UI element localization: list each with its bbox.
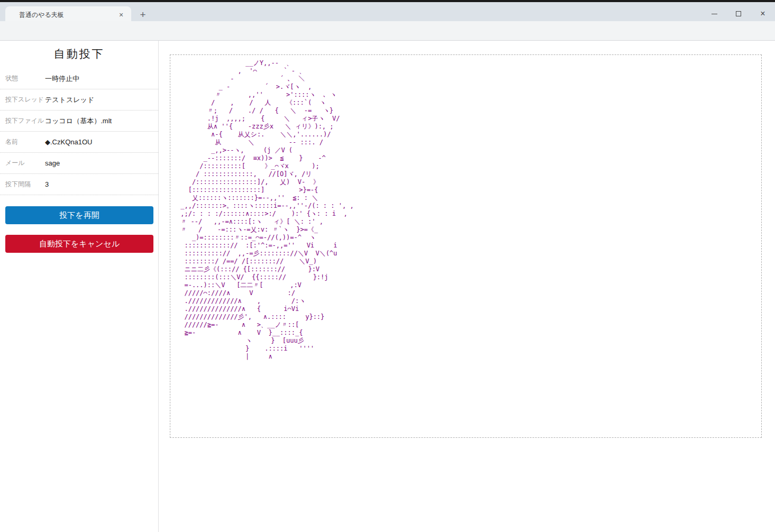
main-area: __ノY,,-- 、 , '⌒ ` - 、 - ´ ､ ＼ _ - ´ >.ヾ[…: [159, 41, 775, 532]
tab-title: 普通のやる夫板: [19, 11, 116, 20]
field-row-thread: 投下スレッド テストスレッド: [0, 89, 158, 111]
field-label: 投下スレッド: [5, 95, 45, 104]
browser-titlebar: 普通のやる夫板 × + ×: [0, 2, 775, 21]
autopost-sidebar: 自動投下 状態 一時停止中 投下スレッド テストスレッド 投下ファイル コッコロ…: [0, 41, 159, 532]
field-label: 状態: [5, 74, 45, 83]
window-controls: ×: [702, 4, 775, 23]
field-label: 名前: [5, 137, 45, 146]
file-value: コッコロ（基本）.mlt: [45, 116, 112, 126]
field-row-status: 状態 一時停止中: [0, 68, 158, 89]
ascii-art: __ノY,,-- 、 , '⌒ ` - 、 - ´ ､ ＼ _ - ´ >.ヾ[…: [177, 59, 761, 361]
close-icon: ×: [760, 10, 765, 18]
mail-value: sage: [45, 159, 60, 167]
page-content: 自動投下 状態 一時停止中 投下スレッド テストスレッド 投下ファイル コッコロ…: [0, 41, 775, 532]
ascii-art-panel: __ノY,,-- 、 , '⌒ ` - 、 - ´ ､ ＼ _ - ´ >.ヾ[…: [170, 54, 762, 438]
field-label: 投下間隔: [5, 180, 45, 189]
field-list: 状態 一時停止中 投下スレッド テストスレッド 投下ファイル コッコロ（基本）.…: [0, 68, 158, 195]
maximize-button[interactable]: [726, 4, 751, 23]
minimize-button[interactable]: [702, 4, 726, 23]
page-title: 自動投下: [0, 47, 158, 61]
field-row-interval: 投下間隔 3: [0, 174, 158, 195]
close-button[interactable]: ×: [751, 4, 775, 23]
maximize-icon: [736, 11, 741, 16]
minimize-icon: [712, 14, 717, 14]
field-row-file: 投下ファイル コッコロ（基本）.mlt: [0, 111, 158, 132]
resume-post-button[interactable]: 投下を再開: [5, 206, 153, 224]
new-tab-button[interactable]: +: [136, 8, 149, 21]
browser-toolbar: ◁ ▷ bbs.yaruyomi.com/ban/user-page/autop…: [0, 21, 775, 41]
cancel-autopost-button[interactable]: 自動投下をキャンセル: [5, 235, 153, 253]
tab-close-icon[interactable]: ×: [116, 10, 126, 20]
thread-value: テストスレッド: [45, 95, 94, 105]
status-value: 一時停止中: [45, 74, 79, 84]
interval-value: 3: [45, 180, 49, 188]
field-row-name: 名前 ◆.CzKQna1OU: [0, 132, 158, 153]
field-row-mail: メール sage: [0, 153, 158, 174]
field-label: 投下ファイル: [5, 116, 45, 125]
field-label: メール: [5, 159, 45, 168]
name-value: ◆.CzKQna1OU: [45, 138, 92, 146]
